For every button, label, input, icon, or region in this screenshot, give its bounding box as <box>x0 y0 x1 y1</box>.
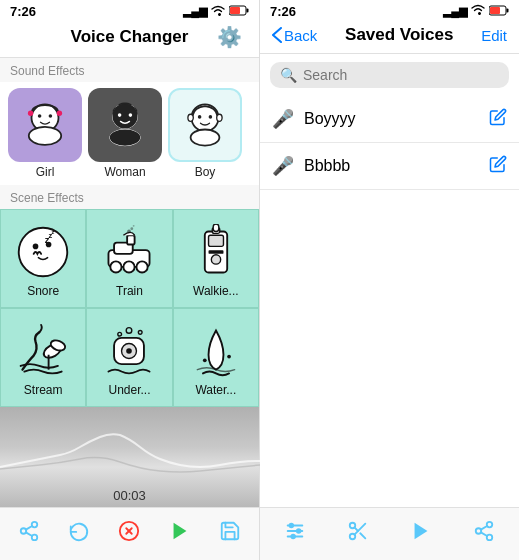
mixer-button[interactable] <box>280 516 310 552</box>
boy-label: Boy <box>195 165 216 179</box>
boy-icon-box <box>168 88 242 162</box>
svg-line-76 <box>355 527 359 531</box>
svg-line-81 <box>480 532 486 536</box>
edit-button[interactable]: Edit <box>481 27 507 44</box>
svg-point-8 <box>57 111 62 116</box>
svg-text:z: z <box>52 229 55 235</box>
status-icons-left: ▂▄▆ <box>183 5 249 19</box>
effect-woman[interactable]: Woman <box>88 88 162 179</box>
svg-point-18 <box>209 115 213 119</box>
svg-point-4 <box>29 127 61 145</box>
svg-point-39 <box>211 254 220 263</box>
svg-point-53 <box>227 354 231 358</box>
svg-point-13 <box>118 113 122 117</box>
edit-icon-boyyyy[interactable] <box>489 108 507 130</box>
back-button[interactable]: Back <box>272 27 317 44</box>
svg-point-11 <box>112 103 137 128</box>
svg-point-48 <box>127 348 133 354</box>
time-right: 7:26 <box>270 4 296 19</box>
status-bar-left: 7:26 ▂▄▆ <box>0 0 259 21</box>
bottom-toolbar-right <box>260 507 519 560</box>
girl-label: Girl <box>36 165 55 179</box>
svg-point-15 <box>192 104 219 131</box>
svg-point-70 <box>297 529 301 533</box>
svg-rect-1 <box>230 7 240 14</box>
svg-point-19 <box>188 114 193 121</box>
scene-snore[interactable]: z z z Snore <box>0 209 86 308</box>
svg-line-58 <box>26 526 32 530</box>
svg-line-75 <box>360 533 365 538</box>
stream-label: Stream <box>24 383 63 397</box>
effect-girl[interactable]: Girl <box>8 88 82 179</box>
scene-effects-grid: z z z Snore <box>0 209 259 407</box>
scene-under[interactable]: Under... <box>86 308 172 407</box>
play-button-left[interactable] <box>165 516 195 552</box>
battery-icon-left <box>229 5 249 18</box>
share-button-left[interactable] <box>14 516 44 552</box>
girl-icon-box <box>8 88 82 162</box>
timer: 00:03 <box>113 488 146 503</box>
cancel-button[interactable] <box>114 516 144 552</box>
search-input[interactable] <box>303 67 499 83</box>
wifi-icon-left <box>211 5 225 19</box>
svg-point-5 <box>38 114 42 118</box>
scene-train[interactable]: Train <box>86 209 172 308</box>
svg-point-21 <box>19 227 68 276</box>
svg-point-7 <box>28 111 33 116</box>
svg-point-30 <box>111 261 122 272</box>
svg-point-34 <box>131 227 134 230</box>
play-button-right[interactable] <box>406 516 436 552</box>
search-icon: 🔍 <box>280 67 297 83</box>
svg-point-20 <box>217 114 222 121</box>
svg-point-6 <box>49 114 53 118</box>
svg-line-82 <box>480 526 486 530</box>
voice-name-boyyyy: Boyyyy <box>304 110 489 128</box>
svg-rect-65 <box>507 8 509 12</box>
undo-button[interactable] <box>64 516 94 552</box>
voice-item-boyyyy[interactable]: 🎤 Boyyyy <box>260 96 519 143</box>
svg-point-16 <box>191 130 220 146</box>
woman-label: Woman <box>104 165 145 179</box>
svg-point-32 <box>137 261 148 272</box>
voice-list: 🎤 Boyyyy 🎤 Bbbbb <box>260 96 519 507</box>
svg-point-69 <box>290 524 294 528</box>
scene-walkie[interactable]: Walkie... <box>173 209 259 308</box>
svg-point-14 <box>129 113 133 117</box>
voice-item-bbbbb[interactable]: 🎤 Bbbbb <box>260 143 519 190</box>
mic-icon-boyyyy: 🎤 <box>272 108 294 130</box>
scene-water[interactable]: Water... <box>173 308 259 407</box>
effect-boy[interactable]: Boy <box>168 88 242 179</box>
svg-point-49 <box>118 332 122 336</box>
svg-point-50 <box>127 327 133 333</box>
edit-icon-bbbbb[interactable] <box>489 155 507 177</box>
left-panel: 7:26 ▂▄▆ Voice Changer ⚙️ Sound Effects <box>0 0 260 560</box>
sound-effects-label: Sound Effects <box>0 58 259 82</box>
back-label: Back <box>284 27 317 44</box>
scene-stream[interactable]: Stream <box>0 308 86 407</box>
svg-marker-62 <box>173 523 186 540</box>
mic-icon-bbbbb: 🎤 <box>272 155 294 177</box>
walkie-label: Walkie... <box>193 284 239 298</box>
svg-rect-37 <box>208 235 223 246</box>
svg-point-71 <box>292 535 296 539</box>
woman-icon-box <box>88 88 162 162</box>
save-button-left[interactable] <box>215 516 245 552</box>
battery-icon-right <box>489 5 509 19</box>
scene-effects-label: Scene Effects <box>0 185 259 209</box>
right-panel: 7:26 ▂▄▆ Back Saved Voices Edit 🔍 🎤 Boyy… <box>260 0 519 560</box>
search-bar: 🔍 <box>270 62 509 88</box>
share-button-right[interactable] <box>469 516 499 552</box>
svg-rect-2 <box>247 9 249 13</box>
status-bar-right: 7:26 ▂▄▆ <box>260 0 519 21</box>
settings-icon[interactable]: ⚙️ <box>217 25 247 49</box>
svg-point-31 <box>124 261 135 272</box>
wifi-icon-right <box>471 4 485 19</box>
bottom-toolbar-left <box>0 507 259 560</box>
svg-point-51 <box>139 330 143 334</box>
svg-point-22 <box>33 243 39 249</box>
snore-label: Snore <box>27 284 59 298</box>
train-label: Train <box>116 284 143 298</box>
svg-rect-29 <box>128 235 135 244</box>
signal-icon-left: ▂▄▆ <box>183 5 207 18</box>
scissors-button[interactable] <box>343 516 373 552</box>
